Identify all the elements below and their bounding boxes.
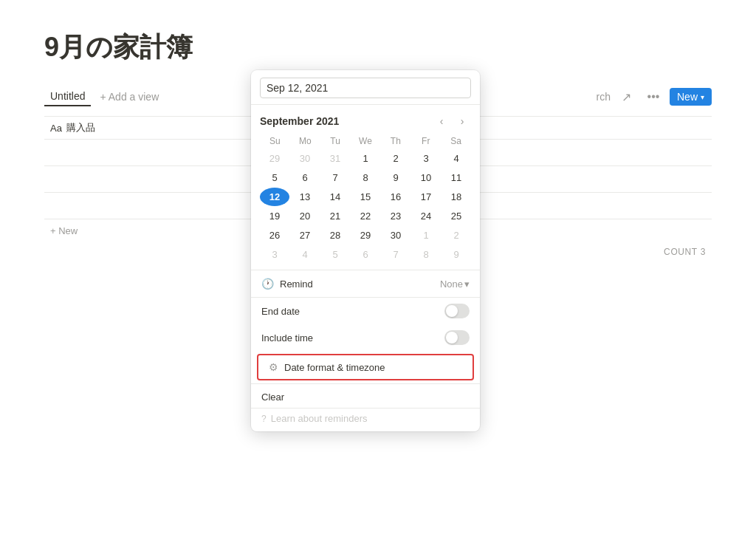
clear-row: Clear <box>251 383 480 408</box>
calendar-day[interactable]: 17 <box>411 188 441 206</box>
weekday-fr: Fr <box>410 134 441 148</box>
calendar-day[interactable]: 2 <box>381 149 410 168</box>
calendar-day[interactable]: 30 <box>381 226 410 245</box>
remind-chevron-icon: ▾ <box>464 278 470 290</box>
calendar-day[interactable]: 6 <box>290 168 320 187</box>
help-icon: ? <box>261 414 267 424</box>
calendar-day[interactable]: 21 <box>320 207 350 225</box>
calendar-day[interactable]: 29 <box>351 226 380 245</box>
calendar-day[interactable]: 10 <box>411 168 441 187</box>
calendar-day[interactable]: 5 <box>260 168 289 187</box>
include-time-row: Include time <box>251 324 480 351</box>
calendar-day: 8 <box>411 245 441 264</box>
calendar-day: 9 <box>441 245 471 264</box>
calendar-day[interactable]: 16 <box>381 188 410 206</box>
new-button-chevron: ▾ <box>701 93 704 101</box>
calendar-days: 2930311234567891011121314151617181920212… <box>260 149 471 264</box>
new-button-label: New <box>677 91 698 103</box>
weekday-th: Th <box>380 134 410 148</box>
calendar-weekdays: Su Mo Tu We Th Fr Sa <box>260 134 471 148</box>
calendar-day[interactable]: 14 <box>320 188 350 206</box>
next-month-button[interactable]: › <box>453 112 471 130</box>
remind-clock-icon: 🕐 <box>261 278 274 290</box>
toolbar-right: rch ↗ ••• New ▾ <box>597 86 712 107</box>
calendar-day: 6 <box>351 245 380 264</box>
calendar-day[interactable]: 3 <box>411 149 441 168</box>
page-title: 9月の家計簿 <box>44 30 712 66</box>
include-time-toggle[interactable] <box>444 330 470 345</box>
search-label[interactable]: rch <box>597 91 611 103</box>
calendar-day[interactable]: 1 <box>351 149 380 168</box>
calendar-day[interactable]: 8 <box>351 168 380 187</box>
calendar-day[interactable]: 13 <box>290 188 320 206</box>
calendar-day[interactable]: 22 <box>351 207 380 225</box>
calendar-day[interactable]: 20 <box>290 207 320 225</box>
count-value: 3 <box>701 247 706 257</box>
calendar-day[interactable]: 19 <box>260 207 289 225</box>
calendar-day[interactable]: 12 <box>260 188 289 206</box>
remind-row: 🕐 Remind None ▾ <box>251 270 480 298</box>
calendar-header: September 2021 ‹ › <box>251 105 480 133</box>
count-label: COUNT <box>664 247 698 257</box>
end-date-label: End date <box>261 306 300 317</box>
weekday-su: Su <box>260 134 290 148</box>
weekday-sa: Sa <box>441 134 471 148</box>
calendar-day[interactable]: 4 <box>441 149 471 168</box>
calendar-day[interactable]: 11 <box>441 168 471 187</box>
calendar-day[interactable]: 9 <box>381 168 410 187</box>
new-row-label: + New <box>50 225 78 236</box>
date-format-row[interactable]: ⚙ Date format & timezone <box>257 354 474 380</box>
calendar-day: 2 <box>441 226 471 245</box>
end-date-toggle[interactable] <box>444 304 470 318</box>
date-format-label: Date format & timezone <box>284 362 385 373</box>
calendar-day[interactable]: 15 <box>351 188 380 206</box>
datepicker-popup: September 2021 ‹ › Su Mo Tu We Th Fr Sa … <box>251 70 480 431</box>
learn-label: Learn about reminders <box>271 413 368 424</box>
expand-icon[interactable]: ↗ <box>616 86 637 107</box>
add-view-button[interactable]: + Add a view <box>100 91 159 103</box>
remind-value[interactable]: None ▾ <box>440 278 470 290</box>
weekday-we: We <box>351 134 381 148</box>
more-options-icon[interactable]: ••• <box>643 86 664 107</box>
remind-label: Remind <box>280 278 313 290</box>
new-button[interactable]: New ▾ <box>670 88 712 106</box>
calendar-grid: Su Mo Tu We Th Fr Sa 2930311234567891011… <box>251 133 480 270</box>
calendar-day[interactable]: 25 <box>441 207 471 225</box>
calendar-day: 29 <box>260 149 289 168</box>
remind-left: 🕐 Remind <box>261 278 313 290</box>
gear-icon: ⚙ <box>269 361 278 373</box>
column-header-name: Aa 購入品 <box>44 121 207 134</box>
calendar-day: 30 <box>290 149 320 168</box>
calendar-day: 5 <box>320 245 350 264</box>
calendar-day[interactable]: 7 <box>320 168 350 187</box>
calendar-day: 31 <box>320 149 350 168</box>
clear-button[interactable]: Clear <box>261 392 284 403</box>
end-date-row: End date <box>251 298 480 324</box>
calendar-day[interactable]: 23 <box>381 207 410 225</box>
calendar-day: 7 <box>381 245 410 264</box>
calendar-day[interactable]: 24 <box>411 207 441 225</box>
calendar-day: 1 <box>411 226 441 245</box>
remind-value-label: None <box>440 278 463 290</box>
weekday-tu: Tu <box>320 134 351 148</box>
date-input[interactable] <box>260 78 471 98</box>
calendar-day: 4 <box>290 245 320 264</box>
calendar-day[interactable]: 27 <box>290 226 320 245</box>
calendar-day[interactable]: 18 <box>441 188 471 206</box>
column-name-label: 購入品 <box>66 121 95 134</box>
calendar-day[interactable]: 28 <box>320 226 350 245</box>
weekday-mo: Mo <box>290 134 320 148</box>
include-time-label: Include time <box>261 332 313 344</box>
calendar-day[interactable]: 26 <box>260 226 289 245</box>
calendar-nav: ‹ › <box>433 112 471 130</box>
column-type-icon: Aa <box>50 123 62 134</box>
calendar-month-year: September 2021 <box>260 115 339 127</box>
date-input-wrapper <box>251 70 480 105</box>
prev-month-button[interactable]: ‹ <box>433 112 450 130</box>
tab-untitled[interactable]: Untitled <box>44 87 91 106</box>
learn-row: ? Learn about reminders <box>251 408 480 431</box>
calendar-day: 3 <box>260 245 289 264</box>
